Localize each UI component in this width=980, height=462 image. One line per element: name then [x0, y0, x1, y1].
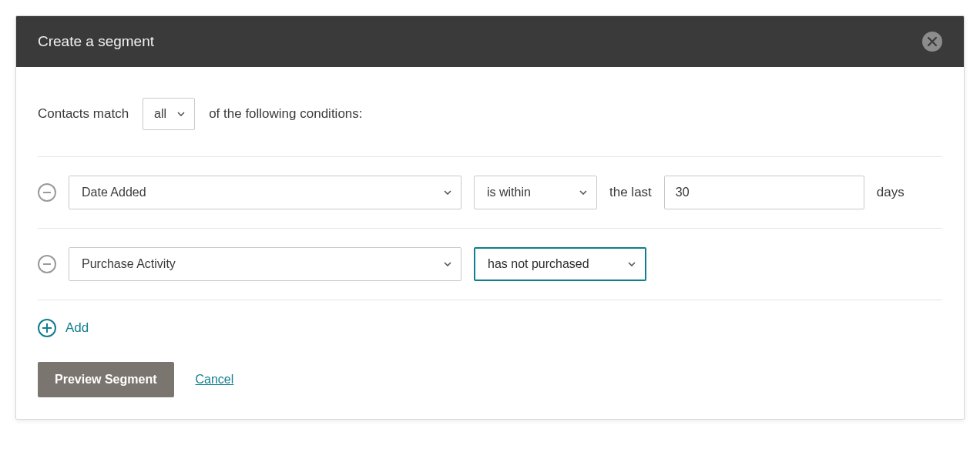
preview-segment-button[interactable]: Preview Segment	[38, 362, 174, 397]
create-segment-modal: Create a segment Contacts match all of t…	[15, 15, 965, 420]
modal-body: Contacts match all of the following cond…	[16, 67, 964, 419]
add-condition-button[interactable]: Add	[38, 300, 942, 362]
chevron-down-icon	[444, 190, 451, 195]
chevron-down-icon	[444, 262, 451, 266]
minus-icon	[43, 192, 51, 193]
condition-operator-select[interactable]: has not purchased	[474, 247, 646, 281]
remove-condition-button[interactable]	[38, 183, 56, 202]
remove-condition-button[interactable]	[38, 255, 56, 273]
condition-mid-text: the last	[609, 185, 652, 200]
modal-header: Create a segment	[16, 16, 964, 67]
match-mode-value: all	[154, 107, 166, 121]
add-label: Add	[65, 320, 89, 336]
match-suffix: of the following conditions:	[209, 106, 362, 122]
condition-row: Date Added is within the last days	[38, 157, 942, 229]
minus-icon	[43, 263, 51, 265]
chevron-down-icon	[579, 190, 587, 195]
condition-operator-value: is within	[487, 186, 531, 199]
condition-field-select[interactable]: Date Added	[69, 176, 461, 209]
chevron-down-icon	[177, 112, 185, 116]
condition-value-input[interactable]	[664, 176, 864, 209]
condition-field-select[interactable]: Purchase Activity	[69, 247, 461, 281]
modal-footer: Preview Segment Cancel	[38, 362, 942, 397]
condition-field-value: Date Added	[82, 186, 146, 199]
cancel-link[interactable]: Cancel	[196, 373, 234, 387]
close-button[interactable]	[922, 32, 942, 52]
condition-operator-value: has not purchased	[488, 257, 589, 271]
condition-row: Purchase Activity has not purchased	[38, 229, 942, 300]
condition-field-value: Purchase Activity	[82, 257, 176, 271]
plus-icon	[38, 319, 56, 337]
condition-operator-select[interactable]: is within	[474, 176, 597, 209]
chevron-down-icon	[628, 262, 636, 266]
modal-title: Create a segment	[38, 33, 154, 50]
match-mode-select[interactable]: all	[143, 98, 195, 130]
match-row: Contacts match all of the following cond…	[38, 98, 942, 157]
condition-unit: days	[877, 185, 904, 200]
match-prefix: Contacts match	[38, 106, 129, 122]
close-icon	[928, 37, 937, 46]
